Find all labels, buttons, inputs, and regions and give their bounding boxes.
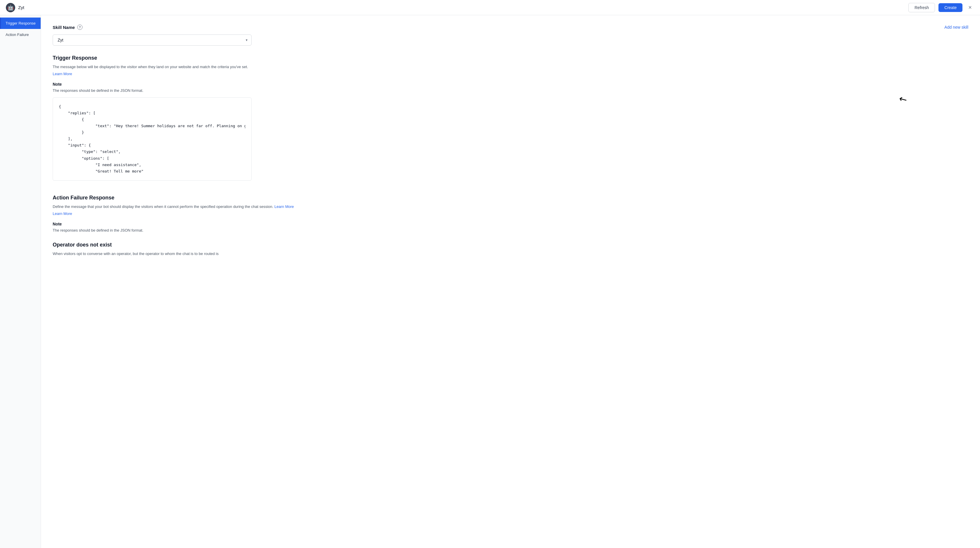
operator-section: Operator does not exist When visitors op… (52, 242, 968, 257)
sidebar: Trigger Response Action Failure (0, 15, 41, 548)
top-bar: 🤖 Zyt Refresh Create × (0, 0, 980, 15)
trigger-response-learn-more[interactable]: Learn More (52, 71, 72, 76)
trigger-response-title: Trigger Response (52, 55, 968, 61)
add-new-skill-link[interactable]: Add new skill (944, 25, 968, 30)
skill-select[interactable]: Zyt (52, 35, 251, 46)
action-failure-note-text: The responses should be defined in the J… (52, 228, 968, 232)
skill-select-wrapper: Zyt ▾ (52, 35, 251, 46)
app-container: 🤖 Zyt Refresh Create × Trigger Response … (0, 0, 980, 548)
skill-name-label: Skill Name ? (52, 25, 83, 30)
action-failure-learn-more[interactable]: Learn More (52, 211, 72, 216)
top-bar-right: Refresh Create × (908, 3, 974, 12)
create-button[interactable]: Create (939, 3, 963, 12)
help-icon[interactable]: ? (77, 25, 83, 30)
trigger-response-note-text: The responses should be defined in the J… (52, 88, 968, 93)
sidebar-item-action-failure[interactable]: Action Failure (0, 29, 41, 40)
bot-name: Zyt (18, 5, 24, 10)
trigger-response-code: { "replies": [ { "text": "Hey there! Sum… (59, 103, 245, 175)
close-button[interactable]: × (966, 3, 974, 12)
content-area: Skill Name ? Add new skill Zyt ▾ Trigger… (41, 15, 980, 548)
trigger-response-description: The message below will be displayed to t… (52, 64, 968, 70)
skill-name-section: Skill Name ? Add new skill (52, 25, 968, 30)
top-bar-left: 🤖 Zyt (6, 3, 24, 12)
action-failure-description: Define the message that your bot should … (52, 204, 968, 210)
operator-section-title: Operator does not exist (52, 242, 968, 248)
bot-avatar: 🤖 (6, 3, 15, 12)
action-failure-learn-more-inline[interactable]: Learn More (274, 204, 294, 209)
refresh-button[interactable]: Refresh (908, 3, 935, 12)
sidebar-item-trigger-response[interactable]: Trigger Response (0, 17, 41, 29)
main-layout: Trigger Response Action Failure Skill Na… (0, 15, 980, 548)
operator-section-description: When visitors opt to converse with an op… (52, 251, 968, 257)
action-failure-note-title: Note (52, 222, 968, 226)
action-failure-title: Action Failure Response (52, 195, 968, 201)
trigger-response-note-title: Note (52, 82, 968, 87)
action-failure-section: Action Failure Response Define the messa… (52, 195, 968, 232)
trigger-response-code-editor[interactable]: { "replies": [ { "text": "Hey there! Sum… (52, 97, 251, 181)
